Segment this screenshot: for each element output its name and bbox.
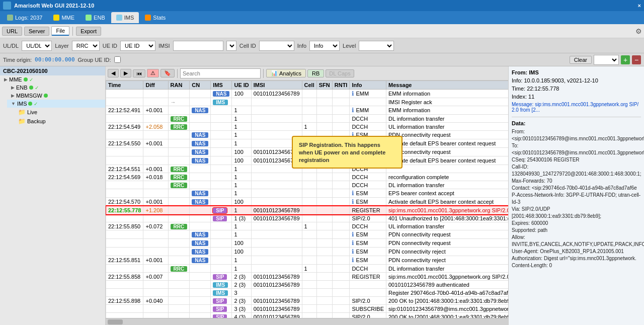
table-row[interactable]: NAS100001010123456789ℹ EMMEMM informatio…: [106, 90, 509, 98]
table-row[interactable]: →IMSIMSI Register ack: [106, 98, 509, 106]
export-button[interactable]: Export: [76, 27, 101, 36]
imsi-input[interactable]: [173, 41, 223, 51]
table-row[interactable]: NAS100ℹ ESMPDN connectivity request: [106, 239, 509, 248]
file-button[interactable]: File: [51, 26, 69, 36]
table-row[interactable]: NAS100ℹ ESMPDN connectivity reject: [106, 248, 509, 256]
sip-badge: SIP: [213, 314, 227, 318]
table-row[interactable]: RRC1DCCHDL information transfer: [106, 115, 509, 123]
nas-badge: NAS: [192, 249, 208, 255]
tab-mme-label: MME: [61, 15, 74, 21]
backup-label: Backup: [27, 118, 46, 124]
info-icon: ℹ: [352, 248, 354, 255]
tab-mme[interactable]: MME: [48, 12, 79, 23]
filter-bar-2: Time origin: 00:00:00.000 Group UE ID: C…: [0, 53, 644, 66]
search-input[interactable]: [180, 68, 261, 78]
sip-badge: SIP: [213, 208, 227, 213]
nas-badge: NAS: [192, 258, 208, 263]
settings-icon[interactable]: ⚙: [635, 27, 642, 35]
action-sep2: [263, 69, 264, 78]
table-row[interactable]: 22:12:54.549+2.058RRC11DCCHUL informatio…: [106, 123, 509, 131]
time-value: Time: 22:12:55.778: [512, 86, 641, 92]
layer-select[interactable]: RRCNASSIP: [72, 41, 100, 51]
tab-bar: Logs: 2037 MME ENB IMS Stats: [0, 11, 644, 24]
ueid-select[interactable]: UE ID: [120, 41, 155, 51]
col-info: Info: [350, 81, 386, 90]
sidebar-item-backup[interactable]: 📁 Backup: [14, 117, 105, 126]
close-button[interactable]: ×: [638, 3, 641, 9]
analytics-button[interactable]: 📊 Analytics: [266, 69, 306, 77]
horizontal-scrollbar[interactable]: [106, 318, 508, 325]
server-button[interactable]: Server: [24, 27, 49, 36]
enb-icon: [86, 15, 92, 21]
table-row[interactable]: 22:12:54.570+0.001NAS100ℹ ESMActivate de…: [106, 198, 509, 206]
table-row[interactable]: 22:12:55.898+0.040SIP2 (3)00101012345678…: [106, 297, 509, 305]
table-row[interactable]: NAS1ℹ ESMPDN connectivity request: [106, 230, 509, 239]
remove-filter-button[interactable]: −: [632, 55, 641, 64]
table-row[interactable]: RRC11DCCHDL information transfer: [106, 265, 509, 273]
imsi-select[interactable]: [226, 41, 236, 51]
rrc-badge: RRC: [171, 116, 188, 122]
rb-button[interactable]: RB: [307, 69, 324, 77]
table-row[interactable]: 22:12:52.491+0.001NAS1ℹ EMMEMM informati…: [106, 106, 509, 115]
warn-btn[interactable]: ⚠: [147, 69, 159, 77]
tab-enb[interactable]: ENB: [80, 12, 110, 23]
col-rnti: RNTI: [332, 81, 350, 90]
info-icon: ℹ: [352, 239, 354, 247]
prev-btn[interactable]: ◀: [108, 69, 119, 77]
fast-prev-btn[interactable]: ⏮: [133, 69, 145, 77]
toolbar-separator: [72, 27, 73, 36]
rrc-badge: RRC: [171, 224, 188, 229]
table-row[interactable]: 22:12:55.858+0.007SIP2 (3)00101012345678…: [106, 273, 509, 281]
table-row[interactable]: 22:12:54.569+0.018RRC1DCCHreconfiguratio…: [106, 173, 509, 181]
table-row[interactable]: SIP1 (3)001010123456789SIP/2.0401 Unauth…: [106, 214, 509, 222]
tab-ims[interactable]: IMS: [111, 12, 139, 23]
sidebar-item-ims[interactable]: ▼ IMS ✓: [7, 100, 105, 108]
sidebar-item-mbmsgw[interactable]: ▶ MBMSGW: [7, 92, 105, 100]
clear-button[interactable]: Clear: [570, 56, 592, 64]
table-row[interactable]: 22:12:55.850+0.072RRC11DCCHUL informatio…: [106, 222, 509, 230]
tab-logs[interactable]: Logs: 2037: [2, 12, 47, 23]
table-row[interactable]: 22:12:55.778+1.208SIP1001010123456789REG…: [106, 206, 509, 214]
info-field: Info: 10.0.0.185:9003, v2021-12-10: [512, 77, 641, 84]
tab-stats[interactable]: Stats: [140, 12, 171, 23]
sidebar-item-enb[interactable]: ▶ ENB ✓: [7, 84, 105, 92]
content-area: ◀ ▶ ⏮ ⚠ 🔖 📊 Analytics RB DL Caps Time Di…: [106, 66, 508, 325]
scrollbar-thumb[interactable]: [108, 319, 123, 324]
nas-badge: NAS: [192, 158, 208, 164]
cellid-select[interactable]: [259, 41, 294, 51]
index-field: Index: 11: [512, 94, 641, 100]
mme-icon: [53, 15, 59, 21]
table-row[interactable]: 22:12:55.851+0.001NAS1ℹ ESMPDN connectiv…: [106, 256, 509, 265]
next-btn[interactable]: ▶: [120, 69, 131, 77]
uldl-select[interactable]: UL/DLULDL: [22, 41, 52, 51]
mme-check-icon: ✓: [29, 77, 33, 83]
tab-enb-label: ENB: [94, 15, 105, 21]
bookmark-btn[interactable]: 🔖: [160, 69, 175, 77]
info-icon: ℹ: [352, 190, 354, 197]
col-cell: Cell: [302, 81, 316, 90]
table-row[interactable]: SIP3 (3)001010123456789SUBSCRIBEsip:0101…: [106, 305, 509, 313]
add-filter-button[interactable]: +: [621, 55, 630, 64]
table-row[interactable]: IMS3Register 290746cd-70b0-401d-a94b-a67…: [106, 289, 509, 297]
info-select[interactable]: Info: [309, 41, 340, 51]
sip-badge: SIP: [213, 274, 227, 280]
table-row[interactable]: RRC1DCCHDL information transfer: [106, 181, 509, 189]
info-icon: ℹ: [352, 90, 354, 97]
layer-label: Layer: [55, 43, 69, 49]
table-row[interactable]: SIP4 (3)001010123456789SIP/2.0200 OK to …: [106, 313, 509, 318]
group-ueid-checkbox[interactable]: [114, 56, 121, 63]
sidebar-item-live[interactable]: 📁 Live: [14, 108, 105, 117]
ims-badge: IMS: [213, 282, 228, 288]
sip-badge: SIP: [213, 216, 227, 221]
table-container[interactable]: Time Diff RAN CN IMS UE ID IMSI Cell SFN…: [106, 80, 508, 318]
url-button[interactable]: URL: [2, 27, 22, 36]
level-select[interactable]: [359, 41, 394, 51]
table-row[interactable]: IMS2 (3)001010123456789001010123456789 a…: [106, 281, 509, 289]
col-sfn: SFN: [316, 81, 332, 90]
filter-extra-select[interactable]: [594, 55, 619, 65]
nas-badge: NAS: [192, 149, 208, 155]
tooltip-box: SIP Registration. This happens when UE p…: [292, 136, 403, 169]
dlcaps-button[interactable]: DL Caps: [326, 69, 354, 77]
sidebar-item-mme[interactable]: ▶ MME ✓: [0, 75, 105, 84]
table-row[interactable]: NAS1ℹ ESMEPS bearer context accept: [106, 189, 509, 198]
